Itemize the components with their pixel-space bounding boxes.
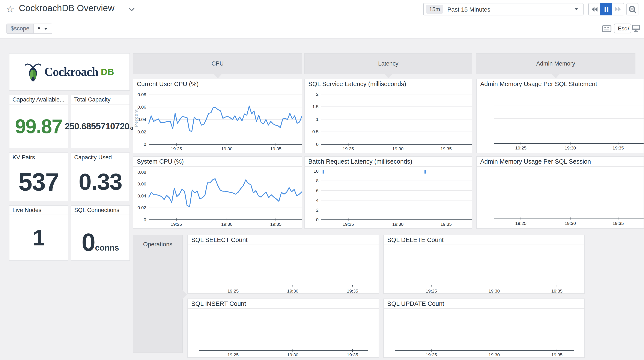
svg-text:0.04: 0.04	[138, 193, 146, 198]
svg-text:19:35: 19:35	[612, 221, 624, 226]
cockroach-bug-icon	[25, 62, 41, 82]
metric-value: 1	[32, 225, 44, 251]
chart-plot[interactable]: 024681019:2519:3019:35	[305, 167, 472, 228]
chart-title: Current User CPU (%)	[133, 79, 302, 89]
chart-card-sql-update-count[interactable]: SQL UPDATE Count 19:2519:3019:35	[383, 299, 585, 358]
chart-plot[interactable]: 19:2519:3019:35	[477, 167, 644, 228]
chart-plot[interactable]: 00.511.5219:2519:3019:35	[305, 89, 472, 153]
svg-text:19:35: 19:35	[440, 146, 452, 151]
svg-text:0.06: 0.06	[138, 104, 146, 109]
group-label: Latency	[378, 60, 398, 67]
logo-suffix: DB	[101, 67, 114, 77]
chart-plot[interactable]: 00.020.040.060.0819:2519:3019:35Percent	[133, 89, 302, 153]
chart-title: SQL SELECT Count	[188, 235, 378, 245]
svg-text:19:25: 19:25	[426, 289, 437, 293]
svg-text:0: 0	[316, 217, 318, 222]
slash-separator: /	[628, 24, 630, 32]
metric-title: SQL Connections	[71, 206, 130, 215]
svg-text:19:25: 19:25	[342, 222, 354, 227]
group-header-admin-memory[interactable]: Admin Memory	[476, 53, 636, 74]
svg-text:19:30: 19:30	[287, 352, 298, 357]
chart-card-sql-delete-count[interactable]: SQL DELETE Count 19:2519:3019:35	[383, 235, 585, 294]
svg-text:6: 6	[316, 188, 318, 193]
svg-text:0: 0	[144, 142, 146, 147]
rewind-button[interactable]	[588, 3, 600, 15]
svg-text:19:30: 19:30	[565, 221, 576, 226]
svg-text:19:35: 19:35	[270, 146, 282, 151]
svg-text:19:35: 19:35	[347, 352, 358, 357]
pause-icon	[604, 7, 608, 12]
tv-mode-icon[interactable]	[632, 24, 640, 32]
metric-card-capacity-used: Capacity Used 0.33	[71, 152, 130, 201]
metric-value: 0.33	[79, 168, 122, 195]
svg-text:1.5: 1.5	[312, 104, 318, 109]
svg-text:19:25: 19:25	[515, 145, 526, 150]
chart-card-current-user-cpu[interactable]: Current User CPU (%) 00.020.040.060.0819…	[133, 79, 302, 153]
svg-text:19:35: 19:35	[440, 222, 452, 227]
title-dropdown-chevron-icon[interactable]	[129, 8, 135, 11]
svg-text:0.08: 0.08	[138, 170, 146, 175]
chart-title: Admin Memory Usage Per SQL Session	[477, 157, 644, 167]
chart-title: Batch Request Latency (milliseconds)	[305, 157, 472, 167]
chart-card-admin-memory-session[interactable]: Admin Memory Usage Per SQL Session 19:25…	[476, 156, 644, 229]
chart-plot[interactable]: 19:2519:3019:35	[384, 309, 584, 357]
keyboard-shortcuts-icon[interactable]	[602, 25, 612, 32]
chart-plot[interactable]: 00.020.040.060.0819:2519:3019:35	[133, 167, 302, 228]
svg-text:19:30: 19:30	[221, 146, 232, 151]
svg-text:19:30: 19:30	[488, 289, 500, 293]
metric-value: 0	[82, 232, 95, 253]
chart-plot[interactable]: 19:2519:3019:35	[188, 309, 378, 357]
chart-card-admin-memory-statement[interactable]: Admin Memory Usage Per SQL Statement 19:…	[476, 79, 644, 153]
chart-title: System CPU (%)	[133, 157, 302, 167]
time-range-selector[interactable]: 15m Past 15 Minutes	[423, 3, 584, 15]
metric-title: Live Nodes	[10, 206, 68, 215]
svg-text:2: 2	[316, 208, 318, 212]
favorite-star-icon[interactable]: ☆	[6, 4, 14, 15]
group-header-latency[interactable]: Latency	[304, 53, 472, 74]
chart-plot[interactable]: 19:2519:3019:35	[477, 89, 644, 153]
group-header-cpu[interactable]: CPU	[133, 53, 302, 74]
svg-text:0: 0	[144, 217, 146, 222]
chart-card-sql-select-count[interactable]: SQL SELECT Count 19:2519:3019:35	[187, 235, 379, 294]
cockroachdb-logo-card: Cockroach DB	[9, 53, 130, 91]
svg-text:19:25: 19:25	[342, 146, 354, 151]
chart-card-system-cpu[interactable]: System CPU (%) 00.020.040.060.0819:2519:…	[133, 156, 302, 229]
chart-card-sql-service-latency[interactable]: SQL Service Latency (milliseconds) 00.51…	[304, 79, 472, 153]
svg-text:19:25: 19:25	[515, 221, 526, 226]
svg-text:1: 1	[316, 117, 318, 122]
metric-card-live-nodes: Live Nodes 1	[9, 205, 68, 261]
svg-text:0.02: 0.02	[138, 129, 146, 134]
zoom-out-button[interactable]	[626, 3, 638, 15]
chart-plot[interactable]: 19:2519:3019:35	[188, 245, 378, 293]
dashboard-page: ☆ CockroachDB Overview 15m Past 15 Minut…	[0, 0, 644, 360]
top-header: ☆ CockroachDB Overview 15m Past 15 Minut…	[0, 0, 644, 38]
page-title: CockroachDB Overview	[19, 3, 114, 13]
group-label: CPU	[212, 60, 224, 67]
chart-card-sql-insert-count[interactable]: SQL INSERT Count 19:2519:3019:35	[187, 299, 379, 358]
scope-caret-icon	[44, 28, 48, 30]
template-variable-scope[interactable]: $scope *	[6, 23, 52, 34]
scope-label: $scope	[6, 23, 33, 34]
metric-value: 537	[18, 167, 59, 196]
chart-title: Admin Memory Usage Per SQL Statement	[477, 79, 644, 89]
group-label: Admin Memory	[536, 60, 575, 67]
svg-text:19:25: 19:25	[228, 352, 239, 357]
chart-card-batch-request-latency[interactable]: Batch Request Latency (milliseconds) 024…	[304, 156, 472, 229]
metric-value: 99.87	[15, 115, 62, 138]
svg-text:0.04: 0.04	[138, 117, 146, 122]
svg-text:0: 0	[316, 142, 318, 147]
scope-value[interactable]: *	[33, 23, 52, 34]
chart-title: SQL UPDATE Count	[384, 299, 584, 309]
pause-button[interactable]	[600, 3, 612, 15]
chart-plot[interactable]: 19:2519:3019:35	[384, 245, 584, 293]
forward-button[interactable]	[612, 3, 624, 15]
metric-card-kv-pairs: KV Pairs 537	[9, 152, 68, 201]
metric-card-sql-connections: SQL Connections 0 conns	[71, 205, 130, 261]
group-label: Operations	[133, 235, 182, 248]
group-header-operations[interactable]: Operations	[133, 235, 183, 353]
svg-text:10: 10	[314, 169, 318, 173]
svg-text:19:35: 19:35	[347, 289, 358, 293]
svg-text:19:30: 19:30	[565, 145, 576, 150]
metric-title: Capacity Available...	[10, 95, 68, 104]
svg-text:19:35: 19:35	[612, 145, 624, 150]
